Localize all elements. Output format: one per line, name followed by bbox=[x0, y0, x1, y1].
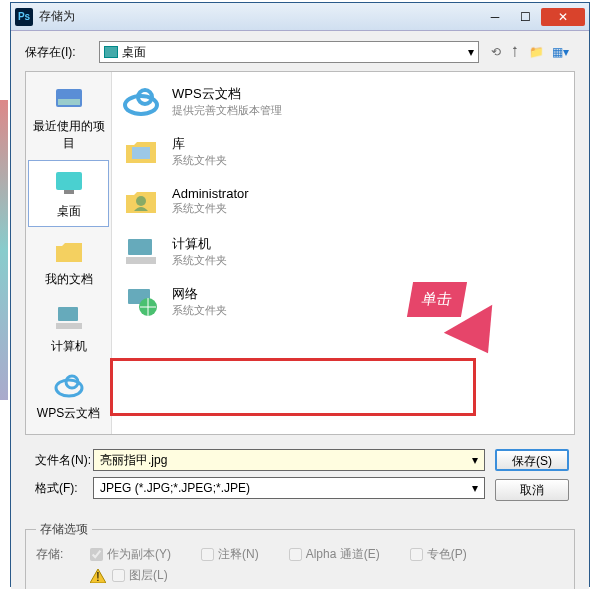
place-desktop[interactable]: 桌面 bbox=[28, 160, 109, 227]
annotation-callout: 单击 bbox=[380, 282, 520, 360]
copy-checkbox bbox=[90, 548, 103, 561]
place-label: 我的文档 bbox=[30, 271, 107, 288]
place-label: 桌面 bbox=[31, 203, 106, 220]
maximize-button[interactable]: ☐ bbox=[511, 8, 539, 26]
chevron-down-icon bbox=[472, 481, 478, 495]
callout-text: 单击 bbox=[407, 282, 467, 317]
save-options-group: 存储选项 存储: 作为副本(Y) 注释(N) Alpha 通道(E) 专色(P)… bbox=[25, 521, 575, 589]
svg-rect-5 bbox=[56, 323, 82, 329]
file-name: 库 bbox=[172, 135, 227, 153]
warning-icon: ! bbox=[90, 569, 106, 583]
places-bar: 最近使用的项目 桌面 我的文档 计算机 WPS云文档 bbox=[26, 72, 112, 434]
place-label: 最近使用的项目 bbox=[30, 118, 107, 152]
svg-text:!: ! bbox=[96, 570, 99, 583]
cloud-icon bbox=[50, 369, 88, 401]
minimize-button[interactable]: ─ bbox=[481, 8, 509, 26]
save-button[interactable]: 保存(S) bbox=[495, 449, 569, 471]
svg-rect-3 bbox=[64, 190, 74, 194]
cancel-button[interactable]: 取消 bbox=[495, 479, 569, 501]
place-mydocs[interactable]: 我的文档 bbox=[28, 229, 109, 294]
notes-checkbox bbox=[201, 548, 214, 561]
format-combo[interactable]: JPEG (*.JPG;*.JPEG;*.JPE) bbox=[93, 477, 485, 499]
file-sub: 系统文件夹 bbox=[172, 253, 227, 268]
store-label: 存储: bbox=[36, 546, 90, 584]
file-sub: 系统文件夹 bbox=[172, 303, 227, 318]
computer-icon bbox=[120, 232, 162, 270]
svg-rect-2 bbox=[56, 172, 82, 190]
back-icon[interactable]: ⟲ bbox=[491, 45, 501, 59]
place-label: 计算机 bbox=[30, 338, 107, 355]
view-menu-icon[interactable]: ▦▾ bbox=[552, 45, 569, 59]
save-in-label: 保存在(I): bbox=[25, 44, 93, 61]
list-item[interactable]: Administrator系统文件夹 bbox=[116, 176, 570, 226]
chevron-down-icon bbox=[468, 45, 474, 59]
computer-icon bbox=[50, 302, 88, 334]
filename-value: 亮丽指甲.jpg bbox=[100, 452, 167, 469]
recent-icon bbox=[50, 82, 88, 114]
spot-checkbox bbox=[410, 548, 423, 561]
svg-rect-4 bbox=[58, 307, 78, 321]
network-icon bbox=[120, 282, 162, 320]
file-sub: 系统文件夹 bbox=[172, 201, 249, 216]
list-item[interactable]: 库系统文件夹 bbox=[116, 126, 570, 176]
file-name: Administrator bbox=[172, 186, 249, 201]
svg-point-11 bbox=[136, 196, 146, 206]
format-label: 格式(F): bbox=[25, 480, 93, 497]
desktop-icon bbox=[104, 46, 118, 58]
window-title: 存储为 bbox=[39, 8, 479, 25]
folder-icon bbox=[50, 235, 88, 267]
user-folder-icon bbox=[120, 182, 162, 220]
place-recent[interactable]: 最近使用的项目 bbox=[28, 76, 109, 158]
cloud-icon bbox=[120, 82, 162, 120]
options-legend: 存储选项 bbox=[36, 521, 92, 538]
svg-rect-10 bbox=[132, 147, 150, 159]
layers-checkbox bbox=[112, 569, 125, 582]
alpha-checkbox bbox=[289, 548, 302, 561]
filename-label: 文件名(N): bbox=[25, 452, 93, 469]
list-item[interactable]: WPS云文档提供完善文档版本管理 bbox=[116, 76, 570, 126]
file-name: 计算机 bbox=[172, 235, 227, 253]
svg-rect-13 bbox=[126, 257, 156, 264]
ps-icon: Ps bbox=[15, 8, 33, 26]
titlebar: Ps 存储为 ─ ☐ ✕ bbox=[11, 3, 589, 31]
up-icon[interactable]: ⭡ bbox=[509, 45, 521, 59]
library-icon bbox=[120, 132, 162, 170]
chevron-down-icon bbox=[472, 453, 478, 467]
save-in-value: 桌面 bbox=[122, 44, 146, 61]
place-label: WPS云文档 bbox=[30, 405, 107, 422]
svg-rect-12 bbox=[128, 239, 152, 255]
file-name: 网络 bbox=[172, 285, 227, 303]
save-in-combo[interactable]: 桌面 bbox=[99, 41, 479, 63]
file-name: WPS云文档 bbox=[172, 85, 282, 103]
new-folder-icon[interactable]: 📁 bbox=[529, 45, 544, 59]
place-wps[interactable]: WPS云文档 bbox=[28, 363, 109, 428]
list-item[interactable]: 计算机系统文件夹 bbox=[116, 226, 570, 276]
desktop-place-icon bbox=[50, 167, 88, 199]
svg-rect-1 bbox=[58, 99, 80, 105]
file-sub: 系统文件夹 bbox=[172, 153, 227, 168]
close-button[interactable]: ✕ bbox=[541, 8, 585, 26]
place-computer[interactable]: 计算机 bbox=[28, 296, 109, 361]
filename-input[interactable]: 亮丽指甲.jpg bbox=[93, 449, 485, 471]
format-value: JPEG (*.JPG;*.JPEG;*.JPE) bbox=[100, 481, 250, 495]
file-sub: 提供完善文档版本管理 bbox=[172, 103, 282, 118]
